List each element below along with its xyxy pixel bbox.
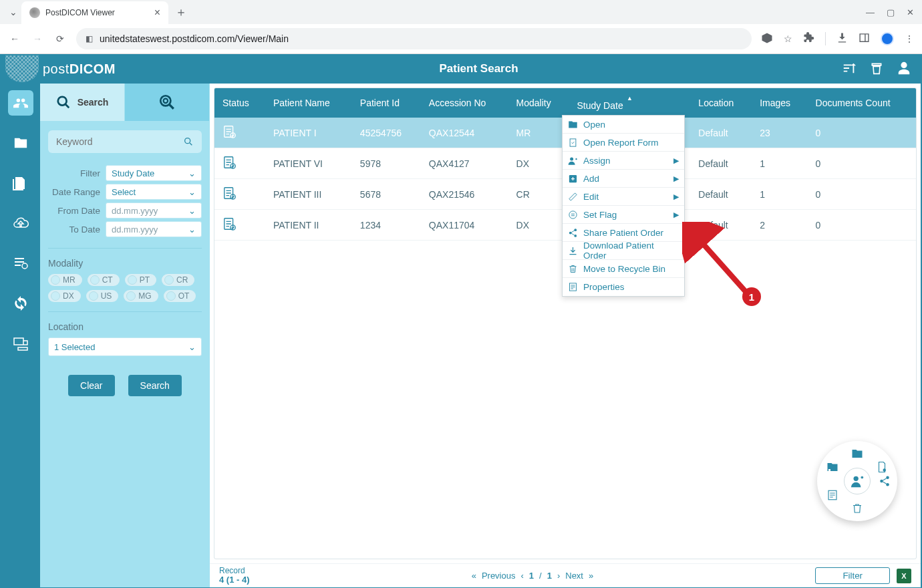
from-date-input[interactable]: dd.mm.yyyy⌄ [106,202,202,218]
from-date-label: From Date [48,206,106,216]
prev-page-button[interactable]: Previous [482,571,516,581]
window-close-icon[interactable]: ✕ [907,7,914,17]
reload-icon[interactable]: ⟳ [53,33,67,44]
rail-upload-icon[interactable] [8,210,33,236]
fab-report-icon[interactable] [824,486,841,504]
search-button[interactable]: Search [128,375,182,396]
forward-icon[interactable]: → [31,33,44,44]
tab-search[interactable]: Search [40,84,125,121]
menu-item-open[interactable]: Open [563,116,684,134]
menu-item-properties[interactable]: Properties [563,278,684,296]
rail-documents-icon[interactable] [8,170,33,196]
col-status[interactable]: Status [214,88,265,118]
first-page-icon[interactable]: « [472,571,476,581]
chevron-down-icon: ⌄ [188,187,196,197]
chevron-down-icon: ⌄ [188,206,196,216]
modality-chip-cr[interactable]: CR [162,274,194,286]
profile-avatar-icon[interactable] [881,32,894,45]
fab-delete-icon[interactable] [849,500,866,517]
menu-item-download-patient-order[interactable]: Download Patient Order [563,242,684,260]
menu-item-edit[interactable]: Edit▶ [563,188,684,206]
side-panel-icon[interactable] [859,32,870,45]
col-images[interactable]: Images [752,88,807,118]
clear-button[interactable]: Clear [68,375,114,396]
svg-point-16 [569,210,577,218]
recycle-bin-icon[interactable] [870,61,883,78]
app-header: postDICOM Patient Search [0,54,922,84]
modality-chip-mr[interactable]: MR [48,274,82,286]
filter-buttons: Clear Search [48,375,202,396]
browser-tab[interactable]: PostDICOM Viewer × [21,1,168,24]
modality-chip-pt[interactable]: PT [125,274,156,286]
next-page-icon[interactable]: › [557,571,560,581]
rail-worklist-icon[interactable] [8,251,33,276]
tab-advanced-search[interactable] [125,84,210,121]
fab-folder-icon[interactable] [849,445,866,462]
modality-chip-ot[interactable]: OT [164,290,196,302]
extensions-icon[interactable] [803,32,814,45]
next-page-button[interactable]: Next [565,571,583,581]
sort-settings-icon[interactable] [842,61,857,78]
search-icon[interactable] [183,136,194,147]
rail-patients-icon[interactable] [8,90,33,116]
annotation-badge: 1 [742,287,761,306]
date-range-select[interactable]: Select⌄ [106,184,202,200]
site-info-icon[interactable]: ◧ [86,34,93,43]
fab-share-icon[interactable] [876,472,893,490]
svg-point-18 [569,231,572,234]
to-date-input[interactable]: dd.mm.yyyy⌄ [106,221,202,237]
prev-page-icon[interactable]: ‹ [520,571,523,581]
menu-item-add[interactable]: Add▶ [563,170,684,188]
location-label: Location [48,321,202,332]
new-tab-button[interactable]: ＋ [175,4,187,20]
rail-screens-icon[interactable] [8,331,33,356]
address-bar[interactable]: ◧ unitedstateswest.postdicom.com/Viewer/… [76,28,752,49]
last-page-icon[interactable]: » [589,571,593,581]
menu-item-share-patient-order[interactable]: Share Patient Order [563,224,684,242]
brand-pre: post [43,61,69,76]
window-minimize-icon[interactable]: ― [866,7,875,17]
col-documents-count[interactable]: Documents Count [808,88,916,118]
record-counter: Record 4 (1 - 4) [219,567,250,585]
menu-item-assign[interactable]: Assign▶ [563,152,684,170]
window-maximize-icon[interactable]: ▢ [887,7,895,17]
modality-chip-ct[interactable]: CT [88,274,120,286]
fab-add-folder-icon[interactable] [824,458,841,476]
export-excel-icon[interactable]: X [897,569,911,583]
location-select[interactable]: 1 Selected⌄ [48,337,202,356]
filter-button[interactable]: Filter [815,567,890,584]
filter-panel: Filter Study Date⌄ Date Range Select⌄ Fr… [40,121,210,396]
filter-select[interactable]: Study Date⌄ [106,165,202,181]
tabs-dropdown-icon[interactable]: ⌄ [5,4,21,20]
back-icon[interactable]: ← [8,33,21,44]
modality-chip-mg[interactable]: MG [124,290,158,302]
col-accession-no[interactable]: Accession No [421,88,508,118]
modality-chip-dx[interactable]: DX [48,290,81,302]
translate-icon[interactable] [761,32,773,46]
chevron-down-icon: ⌄ [188,168,196,178]
tab-strip: ⌄ PostDICOM Viewer × ＋ [5,0,866,24]
downloads-icon[interactable] [836,32,848,45]
modality-chip-us[interactable]: US [86,290,119,302]
menu-item-move-to-recycle-bin[interactable]: Move to Recycle Bin [563,260,684,278]
fab-center-add-user-icon[interactable] [844,468,871,494]
rail-sync-icon[interactable] [8,291,33,316]
col-location[interactable]: Location [690,88,752,118]
browser-menu-icon[interactable]: ⋮ [905,33,914,44]
svg-point-24 [880,480,883,483]
col-study-date[interactable]: ▲Study Date [569,88,690,118]
col-modality[interactable]: Modality [508,88,569,118]
tab-close-icon[interactable]: × [154,7,160,18]
filter-label: Filter [48,168,106,178]
user-profile-icon[interactable] [897,61,911,78]
col-patient-name[interactable]: Patient Name [265,88,352,118]
browser-chrome: ⌄ PostDICOM Viewer × ＋ ― ▢ ✕ ← → ⟳ ◧ uni… [0,0,922,54]
bookmark-icon[interactable]: ☆ [784,33,792,44]
fab-ring [817,441,897,521]
col-patient-id[interactable]: Patient Id [352,88,421,118]
rail-folders-icon[interactable] [8,130,33,156]
keyword-input[interactable] [56,136,183,147]
keyword-field[interactable] [48,130,202,153]
menu-item-set-flag[interactable]: Set Flag▶ [563,206,684,224]
menu-item-open-report-form[interactable]: Open Report Form [563,134,684,152]
